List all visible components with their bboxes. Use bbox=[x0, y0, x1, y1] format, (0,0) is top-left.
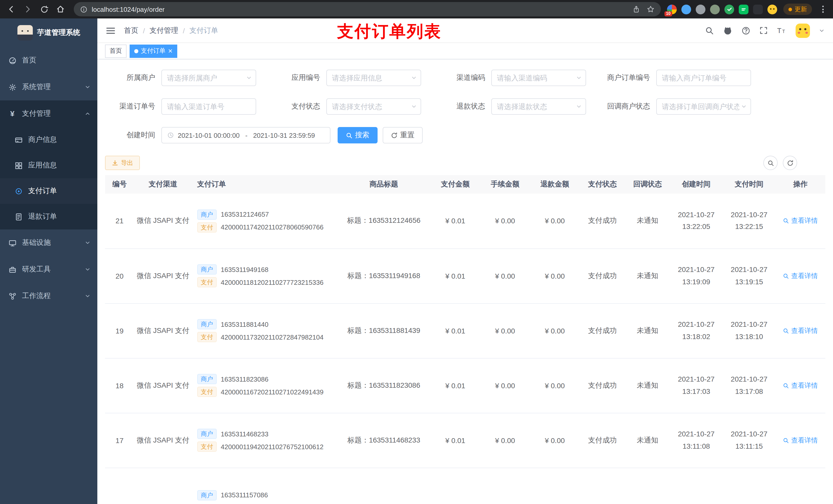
channel-order-no-input[interactable] bbox=[162, 99, 256, 114]
browser-home-button[interactable] bbox=[53, 2, 68, 16]
update-dot-icon bbox=[788, 7, 792, 11]
extension-icon[interactable] bbox=[681, 4, 691, 14]
date-end[interactable]: 2021-10-31 23:59:59 bbox=[253, 131, 315, 139]
chevron-down-icon bbox=[85, 266, 91, 272]
table-row: 19 微信 JSAPI 支付 商户1635311881440 支付4200001… bbox=[105, 303, 825, 358]
view-detail-link[interactable]: 查看详情 bbox=[783, 216, 818, 225]
refresh-table-button[interactable] bbox=[783, 156, 797, 170]
extension-icon[interactable] bbox=[767, 4, 777, 14]
tab-home[interactable]: 首页 bbox=[105, 44, 126, 57]
col-refund: 退款金额 bbox=[530, 175, 580, 194]
share-icon[interactable] bbox=[632, 5, 640, 13]
check-icon bbox=[727, 7, 732, 12]
merchant-tag: 商户 bbox=[197, 210, 217, 220]
search-button[interactable]: 搜索 bbox=[338, 127, 378, 143]
extension-icon[interactable] bbox=[710, 4, 720, 14]
target-icon bbox=[14, 187, 23, 195]
merchant-tag: 商户 bbox=[197, 374, 217, 384]
browser-update-button[interactable]: 更新 bbox=[783, 4, 812, 15]
breadcrumb-payment[interactable]: 支付管理 bbox=[149, 26, 178, 35]
search-icon bbox=[346, 132, 353, 139]
field-label: 商户订单编号 bbox=[600, 73, 656, 82]
field-label: 退款状态 bbox=[435, 102, 491, 111]
extension-icon[interactable] bbox=[724, 4, 734, 14]
channel-code-select bbox=[491, 70, 586, 86]
extension-icon[interactable]: 10 bbox=[667, 4, 677, 14]
orders-table: 编号 支付渠道 支付订单 商品标题 支付金额 手续金额 退款金额 支付状态 回调… bbox=[105, 175, 825, 504]
view-detail-link[interactable]: 查看详情 bbox=[783, 436, 818, 445]
user-avatar[interactable] bbox=[795, 23, 810, 38]
search-icon bbox=[783, 328, 789, 334]
sidebar-item-infrastructure[interactable]: 基础设施 bbox=[0, 230, 97, 256]
col-created: 创建时间 bbox=[670, 175, 722, 194]
col-order: 支付订单 bbox=[192, 175, 337, 194]
notify-status-input[interactable] bbox=[657, 99, 751, 114]
merchant-order-no-input[interactable] bbox=[657, 70, 751, 86]
table-row: 21 微信 JSAPI 支付 商户1635312124657 支付4200001… bbox=[105, 194, 825, 248]
field-label: 应用编号 bbox=[270, 73, 326, 82]
breadcrumb-separator: / bbox=[183, 26, 185, 34]
view-detail-link[interactable]: 查看详情 bbox=[783, 381, 818, 390]
pay-tag: 支付 bbox=[197, 441, 217, 452]
tab-pay-order[interactable]: 支付订单 bbox=[129, 44, 177, 57]
chevron-down-icon bbox=[85, 293, 91, 299]
chevron-down-icon bbox=[85, 84, 91, 90]
toggle-search-button[interactable] bbox=[763, 156, 778, 170]
view-detail-link[interactable]: 查看详情 bbox=[783, 271, 818, 281]
breadcrumb: 首页 / 支付管理 / 支付订单 bbox=[124, 26, 218, 35]
app-select-input[interactable] bbox=[327, 70, 421, 86]
sidebar-item-label: 研发工具 bbox=[22, 265, 51, 274]
app-logo[interactable]: 芋道管理系统 bbox=[0, 19, 97, 47]
breadcrumb-home[interactable]: 首页 bbox=[124, 26, 138, 35]
create-time-range-picker[interactable]: 2021-10-01 00:00:00 - 2021-10-31 23:59:5… bbox=[161, 127, 330, 143]
page-content: 所属商户 应用编号 渠道编码 bbox=[97, 59, 833, 504]
fullscreen-icon[interactable] bbox=[759, 26, 768, 35]
merchant-tag: 商户 bbox=[197, 264, 217, 274]
address-bar[interactable]: localhost:1024/pay/order bbox=[74, 2, 661, 16]
font-size-icon[interactable]: TT bbox=[777, 26, 787, 35]
export-button[interactable]: 导出 bbox=[105, 156, 140, 170]
sidebar-item-dev-tools[interactable]: 研发工具 bbox=[0, 256, 97, 283]
extension-icon[interactable] bbox=[739, 4, 748, 14]
sidebar-item-payment[interactable]: ¥ 支付管理 bbox=[0, 100, 97, 127]
document-icon bbox=[14, 213, 23, 221]
col-notify: 回调状态 bbox=[625, 175, 670, 194]
chevron-down-icon[interactable] bbox=[819, 27, 825, 33]
pay-status-input[interactable] bbox=[327, 99, 421, 114]
browser-menu-button[interactable] bbox=[819, 3, 827, 15]
close-icon[interactable] bbox=[168, 49, 173, 53]
sidebar-item-home[interactable]: 首页 bbox=[0, 47, 97, 74]
browser-reload-button[interactable] bbox=[37, 2, 51, 16]
channel-order-no-field bbox=[161, 98, 256, 115]
sidebar-item-merchant-info[interactable]: 商户信息 bbox=[0, 127, 97, 153]
channel-code-input[interactable] bbox=[492, 70, 586, 86]
github-icon[interactable] bbox=[723, 26, 733, 35]
merchant-select-input[interactable] bbox=[162, 70, 256, 86]
browser-back-button[interactable] bbox=[4, 2, 19, 16]
url-text[interactable]: localhost:1024/pay/order bbox=[92, 5, 165, 13]
extension-icon[interactable] bbox=[753, 4, 763, 14]
site-info-icon[interactable] bbox=[80, 5, 88, 13]
field-label: 渠道订单号 bbox=[105, 102, 161, 111]
date-start[interactable]: 2021-10-01 00:00:00 bbox=[178, 131, 239, 139]
svg-text:T: T bbox=[777, 27, 782, 34]
bookmark-star-icon[interactable] bbox=[646, 5, 655, 13]
sidebar-item-refund-order[interactable]: 退款订单 bbox=[0, 204, 97, 230]
sidebar-toggle-button[interactable] bbox=[105, 25, 116, 35]
view-detail-link[interactable]: 查看详情 bbox=[783, 326, 818, 335]
sidebar-item-workflow[interactable]: 工作流程 bbox=[0, 283, 97, 309]
merchant-order-no-field bbox=[656, 70, 751, 86]
sidebar-item-pay-order[interactable]: 支付订单 bbox=[0, 178, 97, 204]
search-icon[interactable] bbox=[705, 26, 714, 35]
browser-forward-button[interactable] bbox=[21, 2, 35, 16]
help-icon[interactable] bbox=[741, 26, 751, 35]
sidebar-item-system[interactable]: 系统管理 bbox=[0, 74, 97, 100]
sidebar-item-label: 支付订单 bbox=[28, 187, 57, 196]
merchant-select bbox=[161, 70, 256, 86]
refund-status-input[interactable] bbox=[492, 99, 586, 114]
table-row: 20 微信 JSAPI 支付 商户1635311949168 支付4200001… bbox=[105, 248, 825, 303]
sidebar-item-label: 首页 bbox=[22, 56, 37, 65]
extension-icon[interactable] bbox=[696, 4, 706, 14]
sidebar-item-app-info[interactable]: 应用信息 bbox=[0, 153, 97, 178]
reset-button[interactable]: 重置 bbox=[383, 127, 423, 143]
